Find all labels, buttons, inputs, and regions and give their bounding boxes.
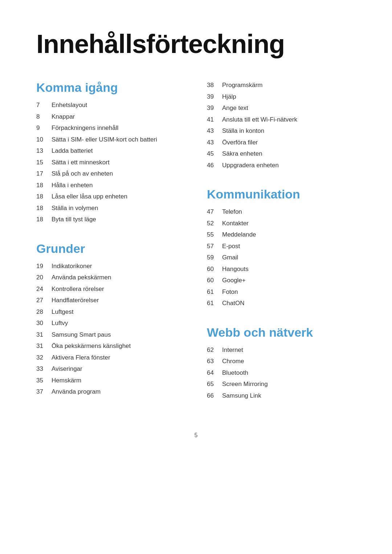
list-item: 17Slå på och av enheten	[36, 169, 185, 178]
toc-text: Luftgest	[52, 307, 74, 317]
toc-number: 63	[207, 357, 222, 366]
toc-number: 60	[207, 276, 222, 285]
toc-number: 8	[36, 112, 52, 122]
toc-number: 45	[207, 149, 222, 159]
section-title-grunder: Grunder	[36, 242, 185, 256]
list-item: 59Gmail	[207, 253, 356, 262]
toc-text: Förpackningens innehåll	[52, 123, 118, 133]
toc-text: Indikatorikoner	[52, 262, 92, 271]
list-item: 18Ställa in volymen	[36, 204, 185, 213]
toc-text: Bluetooth	[222, 368, 248, 378]
section-continuation: 38Programskärm 39Hjälp 39Ange text 41Ans…	[207, 81, 356, 170]
toc-number: 39	[207, 92, 222, 102]
toc-text: Använda pekskärmen	[52, 273, 111, 282]
list-item: 43Överföra filer	[207, 138, 356, 147]
list-item: 19Indikatorikoner	[36, 262, 185, 271]
toc-text: Sätta i SIM- eller USIM-kort och batteri	[52, 135, 157, 144]
toc-number: 59	[207, 253, 222, 262]
list-item: 10Sätta i SIM- eller USIM-kort och batte…	[36, 135, 185, 144]
list-item: 18Byta till tyst läge	[36, 215, 185, 224]
toc-number: 32	[36, 353, 52, 362]
toc-text: E-post	[222, 242, 240, 251]
list-item: 61Foton	[207, 287, 356, 297]
toc-text: Samsung Link	[222, 391, 261, 401]
toc-number: 15	[36, 158, 52, 167]
toc-number: 28	[36, 307, 52, 317]
page-number: 5	[36, 432, 356, 439]
list-item: 27Handflaterörelser	[36, 296, 185, 305]
toc-text: Ladda batteriet	[52, 146, 93, 156]
toc-text: Enhetslayout	[52, 100, 87, 110]
toc-text: Screen Mirroring	[222, 379, 268, 389]
toc-text: Byta till tyst läge	[52, 215, 96, 224]
toc-list-komma-igång: 7Enhetslayout 8Knappar 9Förpackningens i…	[36, 100, 185, 224]
toc-text: Överföra filer	[222, 138, 258, 147]
toc-number: 55	[207, 230, 222, 239]
list-item: 18Hålla i enheten	[36, 181, 185, 190]
list-item: 64Bluetooth	[207, 368, 356, 378]
toc-number: 13	[36, 146, 52, 156]
toc-text: Sätta i ett minneskort	[52, 158, 110, 167]
toc-number: 30	[36, 319, 52, 328]
toc-text: Ställa in konton	[222, 126, 264, 136]
toc-number: 43	[207, 138, 222, 147]
toc-text: Internet	[222, 345, 243, 355]
list-item: 7Enhetslayout	[36, 100, 185, 110]
toc-text: Luftvy	[52, 319, 68, 328]
list-item: 45Säkra enheten	[207, 149, 356, 159]
section-kommunikation: Kommunikation 47Telefon 52Kontakter 55Me…	[207, 187, 356, 308]
right-column: 38Programskärm 39Hjälp 39Ange text 41Ans…	[207, 81, 356, 418]
toc-text: Hangouts	[222, 264, 249, 274]
list-item: 60Hangouts	[207, 264, 356, 274]
list-item: 31Samsung Smart paus	[36, 330, 185, 340]
list-item: 41Ansluta till ett Wi-Fi-nätverk	[207, 115, 356, 124]
toc-number: 27	[36, 296, 52, 305]
toc-number: 31	[36, 330, 52, 340]
toc-number: 43	[207, 126, 222, 136]
toc-number: 10	[36, 135, 52, 144]
toc-text: Öka pekskärmens känslighet	[52, 341, 131, 351]
toc-number: 20	[36, 273, 52, 282]
page-title: Innehållsförteckning	[36, 29, 356, 59]
toc-number: 62	[207, 345, 222, 355]
toc-number: 57	[207, 242, 222, 251]
toc-text: Säkra enheten	[222, 149, 262, 159]
content-layout: Komma igång 7Enhetslayout 8Knappar 9Förp…	[36, 81, 356, 418]
toc-number: 18	[36, 204, 52, 213]
toc-text: Kontrollera rörelser	[52, 284, 104, 294]
toc-number: 18	[36, 181, 52, 190]
list-item: 66Samsung Link	[207, 391, 356, 401]
toc-text: Använda program	[52, 387, 101, 397]
list-item: 61ChatON	[207, 299, 356, 308]
toc-list-webb-och-nätverk: 62Internet 63Chrome 64Bluetooth 65Screen…	[207, 345, 356, 401]
toc-number: 7	[36, 100, 52, 110]
toc-text: Ställa in volymen	[52, 204, 98, 213]
list-item: 8Knappar	[36, 112, 185, 122]
toc-number: 66	[207, 391, 222, 401]
toc-number: 64	[207, 368, 222, 378]
list-item: 35Hemskärm	[36, 376, 185, 385]
toc-number: 18	[36, 215, 52, 224]
toc-text: Foton	[222, 287, 238, 297]
toc-number: 46	[207, 161, 222, 170]
list-item: 9Förpackningens innehåll	[36, 123, 185, 133]
list-item: 32Aktivera Flera fönster	[36, 353, 185, 362]
list-item: 24Kontrollera rörelser	[36, 284, 185, 294]
list-item: 39Hjälp	[207, 92, 356, 102]
list-item: 13Ladda batteriet	[36, 146, 185, 156]
list-item: 15Sätta i ett minneskort	[36, 158, 185, 167]
list-item: 33Aviseringar	[36, 364, 185, 374]
toc-text: Meddelande	[222, 230, 256, 239]
toc-text: Hålla i enheten	[52, 181, 93, 190]
list-item: 39Ange text	[207, 103, 356, 113]
toc-number: 61	[207, 287, 222, 297]
list-item: 62Internet	[207, 345, 356, 355]
toc-text: Aktivera Flera fönster	[52, 353, 110, 362]
toc-text: Kontakter	[222, 219, 249, 228]
toc-text: Google+	[222, 276, 246, 285]
list-item: 57E-post	[207, 242, 356, 251]
toc-number: 60	[207, 264, 222, 274]
toc-number: 47	[207, 207, 222, 217]
list-item: 63Chrome	[207, 357, 356, 366]
toc-text: Slå på och av enheten	[52, 169, 113, 178]
